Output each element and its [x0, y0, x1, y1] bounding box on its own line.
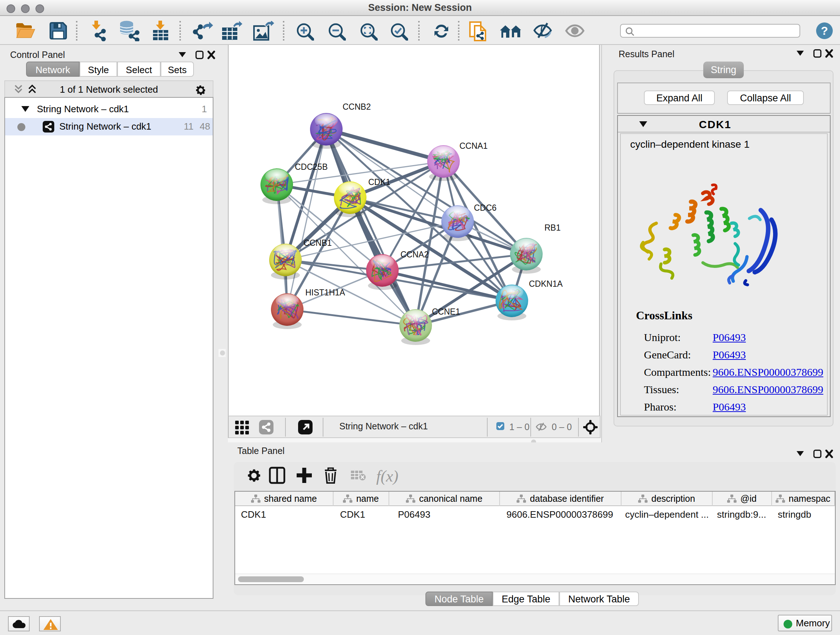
svg-text:f(x): f(x): [376, 467, 398, 485]
svg-text:CDKN1A: CDKN1A: [529, 279, 563, 288]
svg-text:CDC25B: CDC25B: [295, 162, 328, 172]
svg-text:CCNE1: CCNE1: [432, 307, 460, 317]
svg-text:CCNB1: CCNB1: [303, 238, 332, 248]
svg-text:RB1: RB1: [545, 223, 561, 233]
svg-text:CCNB2: CCNB2: [343, 102, 371, 111]
svg-text:HIST1H1A: HIST1H1A: [305, 288, 346, 297]
svg-text:?: ?: [821, 24, 828, 37]
svg-text:CDC6: CDC6: [474, 203, 497, 212]
svg-text:CDK1: CDK1: [368, 177, 390, 187]
svg-text:CCNA2: CCNA2: [401, 250, 429, 259]
svg-text:CCNA1: CCNA1: [459, 141, 488, 150]
